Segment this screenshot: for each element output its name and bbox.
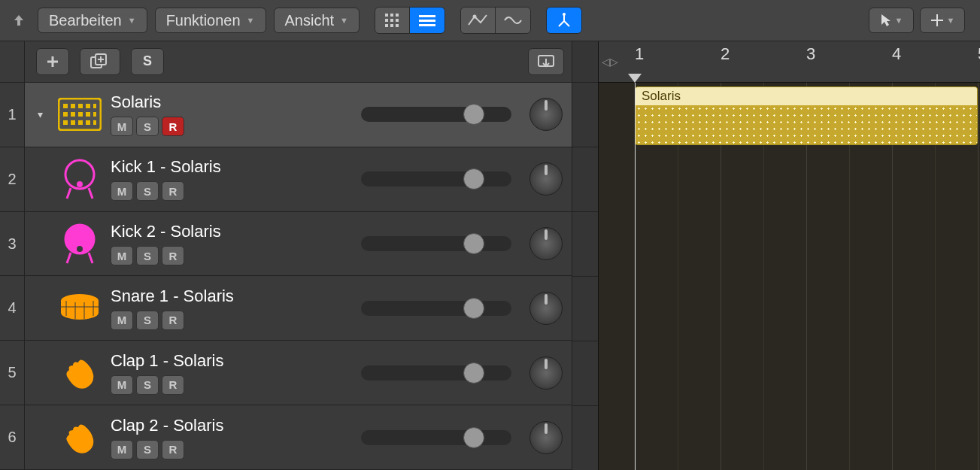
svg-rect-38 bbox=[93, 120, 96, 125]
chevron-down-icon: ▼ bbox=[247, 16, 255, 25]
pan-knob[interactable] bbox=[529, 292, 563, 325]
track-name[interactable]: Snare 1 - Solaris bbox=[111, 287, 306, 306]
automation-segment bbox=[460, 7, 531, 34]
track-header[interactable]: Snare 1 - Solaris M S R bbox=[25, 276, 572, 341]
svg-rect-25 bbox=[71, 104, 75, 108]
back-up-icon[interactable] bbox=[8, 9, 30, 32]
duplicate-track-button[interactable] bbox=[80, 48, 120, 75]
volume-slider[interactable] bbox=[361, 430, 511, 445]
record-enable-button[interactable]: R bbox=[162, 181, 184, 201]
flex-button[interactable] bbox=[496, 8, 530, 33]
record-enable-button[interactable]: R bbox=[162, 117, 184, 136]
svg-rect-28 bbox=[93, 104, 96, 108]
svg-rect-9 bbox=[419, 15, 435, 17]
list-view-button[interactable] bbox=[410, 8, 444, 33]
svg-line-42 bbox=[89, 188, 93, 199]
track-number[interactable]: 2 bbox=[0, 147, 24, 212]
record-enable-button[interactable]: R bbox=[162, 440, 184, 459]
view-mode-segment bbox=[375, 7, 445, 34]
catch-playhead-button[interactable] bbox=[528, 48, 564, 75]
mute-button[interactable]: M bbox=[111, 117, 133, 136]
menu-functions-label: Funktionen bbox=[166, 12, 241, 29]
svg-rect-7 bbox=[390, 24, 393, 27]
track-header[interactable]: Kick 1 - Solaris M S R bbox=[25, 147, 572, 212]
chevron-down-icon: ▼ bbox=[895, 16, 903, 25]
playhead[interactable] bbox=[635, 83, 636, 470]
track-name[interactable]: Clap 1 - Solaris bbox=[111, 351, 306, 371]
menu-edit[interactable]: Bearbeiten ▼ bbox=[38, 8, 147, 33]
pan-knob[interactable] bbox=[529, 356, 563, 390]
record-enable-button[interactable]: R bbox=[162, 246, 184, 265]
track-name[interactable]: Kick 1 - Solaris bbox=[111, 157, 306, 177]
grid-view-button[interactable] bbox=[375, 8, 410, 33]
solo-button[interactable]: S bbox=[136, 311, 159, 330]
alt-tool[interactable]: ▼ bbox=[920, 8, 965, 33]
pan-knob[interactable] bbox=[529, 421, 563, 454]
track-name[interactable]: Kick 2 - Solaris bbox=[111, 222, 306, 241]
solo-button[interactable]: S bbox=[136, 375, 159, 395]
svg-rect-11 bbox=[419, 24, 435, 26]
main-toolbar: Bearbeiten ▼ Funktionen ▼ Ansicht ▼ bbox=[0, 0, 980, 41]
pointer-tool[interactable]: ▼ bbox=[869, 8, 914, 33]
solo-button[interactable]: S bbox=[136, 246, 159, 265]
svg-rect-0 bbox=[385, 14, 388, 17]
mute-button[interactable]: M bbox=[111, 181, 133, 201]
menu-view[interactable]: Ansicht ▼ bbox=[274, 8, 360, 33]
mute-button[interactable]: M bbox=[111, 440, 133, 459]
solo-button[interactable]: S bbox=[136, 117, 159, 136]
bar-label: 2 bbox=[721, 41, 730, 82]
record-enable-button[interactable]: R bbox=[162, 311, 184, 330]
track-number[interactable]: 3 bbox=[0, 212, 24, 277]
track-header[interactable]: Kick 2 - Solaris M S R bbox=[25, 212, 572, 277]
snap-button[interactable] bbox=[547, 8, 581, 33]
kick-icon bbox=[56, 220, 103, 267]
solo-button[interactable]: S bbox=[136, 440, 159, 459]
svg-rect-24 bbox=[63, 104, 68, 108]
menu-functions[interactable]: Funktionen ▼ bbox=[155, 8, 266, 33]
mute-button[interactable]: M bbox=[111, 311, 133, 330]
track-number[interactable]: 6 bbox=[0, 405, 24, 470]
track-number-column: 1 2 3 4 5 6 bbox=[0, 41, 25, 470]
svg-rect-1 bbox=[390, 14, 393, 17]
pan-knob[interactable] bbox=[529, 227, 563, 260]
number-spacer bbox=[0, 41, 24, 83]
right-tools: ▼ ▼ bbox=[869, 8, 972, 33]
volume-slider[interactable] bbox=[361, 236, 511, 251]
clap-icon bbox=[56, 414, 103, 461]
track-number[interactable]: 4 bbox=[0, 276, 24, 341]
global-solo-button[interactable]: S bbox=[131, 48, 164, 75]
svg-rect-35 bbox=[71, 120, 75, 125]
add-track-button[interactable] bbox=[36, 48, 69, 75]
mute-button[interactable]: M bbox=[111, 246, 133, 265]
volume-slider[interactable] bbox=[361, 107, 511, 122]
track-header[interactable]: Clap 2 - Solaris M S R bbox=[25, 405, 572, 470]
disclosure-triangle-icon[interactable]: ▾ bbox=[31, 108, 49, 120]
bar-label: 3 bbox=[806, 41, 815, 82]
svg-rect-4 bbox=[390, 19, 393, 22]
chevron-down-icon: ▼ bbox=[340, 16, 348, 25]
track-header-parent[interactable]: ▾ Solaris M S R bbox=[25, 83, 572, 147]
volume-slider[interactable] bbox=[361, 365, 511, 381]
horizontal-scroll-icon[interactable]: ◁▷ bbox=[599, 41, 621, 82]
record-enable-button[interactable]: R bbox=[162, 375, 184, 395]
track-header[interactable]: Clap 1 - Solaris M S R bbox=[25, 341, 572, 405]
track-name[interactable]: Clap 2 - Solaris bbox=[111, 416, 306, 435]
automation-button[interactable] bbox=[461, 8, 496, 33]
region-content bbox=[636, 105, 977, 145]
midi-region-solaris[interactable]: Solaris bbox=[635, 86, 978, 145]
track-number[interactable]: 1 bbox=[0, 83, 24, 147]
pan-knob[interactable] bbox=[529, 98, 563, 131]
volume-slider[interactable] bbox=[361, 171, 511, 186]
mute-button[interactable]: M bbox=[111, 375, 133, 395]
track-number[interactable]: 5 bbox=[0, 341, 24, 405]
svg-rect-6 bbox=[385, 24, 388, 27]
volume-slider[interactable] bbox=[361, 301, 511, 316]
pan-knob[interactable] bbox=[529, 162, 563, 196]
clap-icon bbox=[56, 350, 103, 396]
track-name[interactable]: Solaris bbox=[111, 92, 306, 112]
menu-view-label: Ansicht bbox=[285, 12, 335, 29]
arrange-area[interactable]: ◁▷ 1 2 3 4 5 Solaris bbox=[599, 41, 980, 470]
svg-rect-31 bbox=[78, 112, 83, 117]
solo-button[interactable]: S bbox=[136, 181, 159, 201]
timeline-ruler[interactable]: ◁▷ 1 2 3 4 5 bbox=[599, 41, 980, 83]
